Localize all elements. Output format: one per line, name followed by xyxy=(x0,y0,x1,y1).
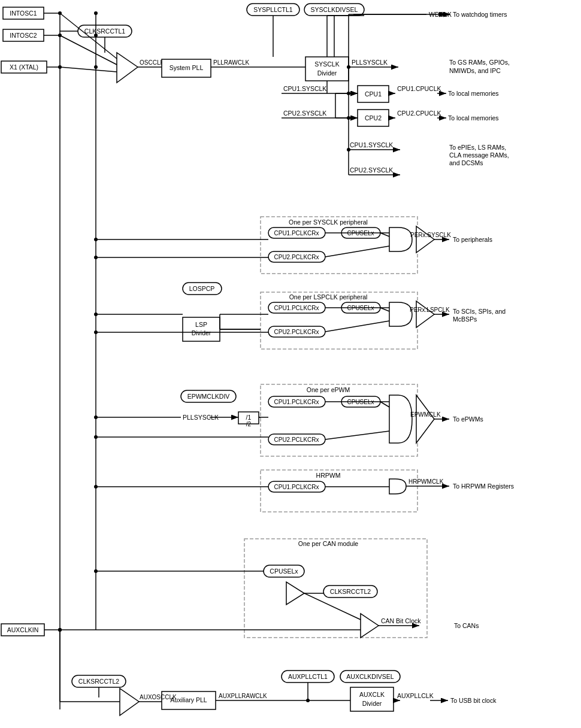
svg-point-176 xyxy=(94,485,98,489)
svg-line-157 xyxy=(325,431,389,439)
svg-text:NMIWDs, and IPC: NMIWDs, and IPC xyxy=(449,67,501,74)
svg-marker-184 xyxy=(361,614,379,638)
svg-text:INTOSC2: INTOSC2 xyxy=(10,32,37,39)
svg-text:LSP: LSP xyxy=(195,321,207,328)
svg-line-158 xyxy=(380,402,389,407)
svg-text:One per SYSCLK peripheral: One per SYSCLK peripheral xyxy=(289,219,368,226)
svg-text:PLLSYSCLK: PLLSYSCLK xyxy=(352,59,388,66)
svg-text:CPU1.CPUCLK: CPU1.CPUCLK xyxy=(397,85,441,92)
svg-text:To ePWMs: To ePWMs xyxy=(453,415,483,423)
svg-text:CPU1.PCLKCRx: CPU1.PCLKCRx xyxy=(274,305,319,311)
svg-text:OSCCLK: OSCCLK xyxy=(140,59,164,66)
svg-text:To local memories: To local memories xyxy=(448,114,499,122)
svg-text:To USB bit clock: To USB bit clock xyxy=(450,697,497,704)
svg-text:One per ePWM: One per ePWM xyxy=(307,386,350,393)
svg-text:CLKSRCCTL1: CLKSRCCTL1 xyxy=(84,28,125,35)
svg-text:CPU1.SYSCLK: CPU1.SYSCLK xyxy=(283,85,326,92)
svg-text:CPU2.SYSCLK: CPU2.SYSCLK xyxy=(350,166,393,174)
clock-diagram: INTOSC1 INTOSC2 X1 (XTAL) AUXCLKIN CLKSR… xyxy=(0,0,581,728)
svg-point-193 xyxy=(94,569,98,573)
svg-text:CPU1.PCLKCRx: CPU1.PCLKCRx xyxy=(274,484,319,490)
svg-text:AUXPLLCTL1: AUXPLLCTL1 xyxy=(288,673,328,680)
svg-text:CPU1.SYSCLK: CPU1.SYSCLK xyxy=(350,141,393,148)
svg-text:Divider: Divider xyxy=(317,69,337,77)
svg-marker-22 xyxy=(117,53,138,83)
svg-text:CLKSRCCTL2: CLKSRCCTL2 xyxy=(330,588,371,595)
svg-text:CPU2.PCLKCRx: CPU2.PCLKCRx xyxy=(274,436,319,443)
svg-text:AUXPLLCLK: AUXPLLCLK xyxy=(397,692,434,699)
svg-line-24 xyxy=(60,35,117,65)
svg-text:CPU2: CPU2 xyxy=(365,114,382,122)
svg-marker-196 xyxy=(120,688,139,715)
svg-text:To CANs: To CANs xyxy=(454,622,479,629)
svg-marker-100 xyxy=(416,226,434,253)
svg-point-65 xyxy=(94,11,98,15)
svg-text:To ePIEs, LS RAMs,: To ePIEs, LS RAMs, xyxy=(449,144,506,151)
svg-point-78 xyxy=(347,65,350,69)
svg-text:AUXPLLRAWCLK: AUXPLLRAWCLK xyxy=(219,693,267,699)
svg-text:PERx.LSPCLK: PERx.LSPCLK xyxy=(410,307,450,313)
svg-text:AUXCLKDIVSEL: AUXCLKDIVSEL xyxy=(346,673,394,680)
svg-text:AUXCLKIN: AUXCLKIN xyxy=(7,626,39,633)
svg-point-134 xyxy=(94,313,98,316)
svg-text:One per LSPCLK peripheral: One per LSPCLK peripheral xyxy=(289,293,368,301)
svg-text:CPU1.PCLKCRx: CPU1.PCLKCRx xyxy=(274,230,319,236)
svg-point-67 xyxy=(94,65,98,69)
svg-text:System PLL: System PLL xyxy=(170,64,204,71)
svg-text:To HRPWM Registers: To HRPWM Registers xyxy=(453,483,514,490)
svg-marker-125 xyxy=(416,301,434,327)
svg-text:AUXOSCCLK: AUXOSCCLK xyxy=(140,694,177,700)
svg-text:To peripherals: To peripherals xyxy=(453,236,492,243)
svg-line-25 xyxy=(60,67,117,72)
svg-line-102 xyxy=(325,246,389,257)
svg-line-127 xyxy=(325,321,389,332)
svg-text:CLKSRCCTL2: CLKSRCCTL2 xyxy=(78,678,119,685)
svg-text:CPU2.PCLKCRx: CPU2.PCLKCRx xyxy=(274,254,319,260)
svg-text:SYSCLKDIVSEL: SYSCLKDIVSEL xyxy=(311,6,358,13)
svg-text:LOSPCP: LOSPCP xyxy=(189,285,215,292)
svg-text:PERx.SYSCLK: PERx.SYSCLK xyxy=(410,232,451,238)
svg-text:Divider: Divider xyxy=(192,329,211,336)
svg-text:One per CAN module: One per CAN module xyxy=(298,540,359,547)
svg-point-111 xyxy=(94,256,98,259)
svg-text:CPU2.PCLKCRx: CPU2.PCLKCRx xyxy=(274,329,319,335)
svg-text:X1 (XTAL): X1 (XTAL) xyxy=(10,63,38,71)
svg-point-139 xyxy=(94,330,98,334)
svg-line-128 xyxy=(380,308,389,311)
svg-point-109 xyxy=(94,238,98,241)
svg-text:CPUSELx: CPUSELx xyxy=(270,568,298,575)
svg-text:/2: /2 xyxy=(246,421,252,427)
svg-text:EPWMCLK: EPWMCLK xyxy=(410,411,441,418)
svg-text:INTOSC1: INTOSC1 xyxy=(10,10,37,17)
svg-text:To local memories: To local memories xyxy=(448,90,499,97)
svg-marker-181 xyxy=(286,582,304,605)
svg-text:PLLRAWCLK: PLLRAWCLK xyxy=(213,59,250,66)
svg-text:and DCSMs: and DCSMs xyxy=(449,159,483,166)
svg-text:HRPWM: HRPWM xyxy=(316,472,341,479)
svg-text:EPWMCLKDIV: EPWMCLKDIV xyxy=(187,393,230,400)
svg-text:To SCIs, SPIs, and: To SCIs, SPIs, and xyxy=(453,308,506,315)
svg-point-164 xyxy=(94,435,98,439)
svg-text:CPU2.SYSCLK: CPU2.SYSCLK xyxy=(283,110,326,117)
svg-text:CPU1.PCLKCRx: CPU1.PCLKCRx xyxy=(274,399,319,405)
svg-point-218 xyxy=(306,699,310,702)
svg-text:CAN Bit Clock: CAN Bit Clock xyxy=(381,617,421,624)
svg-text:HRPWMCLK: HRPWMCLK xyxy=(408,478,444,485)
svg-text:CPU1: CPU1 xyxy=(365,90,382,98)
svg-point-66 xyxy=(94,34,98,37)
svg-text:CLA message RAMs,: CLA message RAMs, xyxy=(449,151,509,159)
svg-text:McBSPs: McBSPs xyxy=(453,316,477,323)
svg-line-104 xyxy=(380,233,389,236)
svg-marker-155 xyxy=(416,395,434,443)
svg-point-166 xyxy=(94,415,98,419)
svg-text:To watchdog timers: To watchdog timers xyxy=(453,11,507,18)
svg-text:Divider: Divider xyxy=(362,700,382,707)
svg-text:CPU2.CPUCLK: CPU2.CPUCLK xyxy=(397,110,441,117)
svg-text:/1: /1 xyxy=(246,414,252,421)
svg-text:SYSCLK: SYSCLK xyxy=(314,60,339,68)
svg-text:SYSPLLCTL1: SYSPLLCTL1 xyxy=(253,6,293,13)
svg-text:To GS RAMs, GPIOs,: To GS RAMs, GPIOs, xyxy=(449,59,510,66)
svg-text:AUXCLK: AUXCLK xyxy=(359,691,385,698)
